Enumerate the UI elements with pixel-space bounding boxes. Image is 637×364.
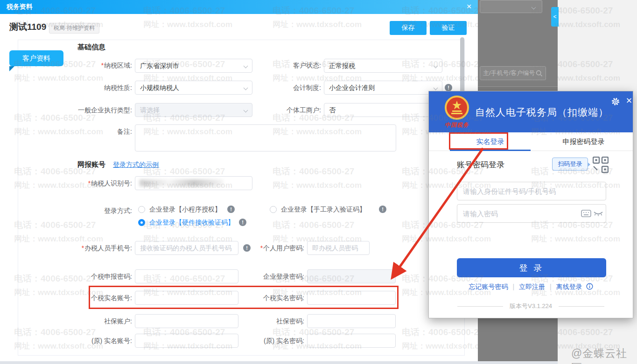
divider bbox=[478, 86, 558, 87]
radio-miniprogram[interactable] bbox=[138, 206, 145, 213]
tab-fold-decoration bbox=[9, 66, 14, 71]
required-mark: * bbox=[260, 244, 263, 252]
info-circle-icon[interactable] bbox=[586, 283, 593, 290]
personal-pwd-input[interactable] bbox=[307, 241, 370, 255]
individual-business-select[interactable]: 否 bbox=[324, 103, 442, 117]
radio-label-hardware-code[interactable]: 企业登录【硬件接收验证码】 bbox=[149, 219, 234, 227]
mobile-input[interactable] bbox=[135, 241, 238, 255]
dialog-tabs: 实名登录 申报密码登录 bbox=[429, 132, 633, 151]
required-mark: * bbox=[82, 244, 84, 252]
tax-info-window: 税务资料 × 测试1109 税局·待维护资料 保存 验证 客户资料 基础信息 *… bbox=[0, 0, 478, 364]
label-personal-pwd: *个人用户密码: bbox=[224, 244, 304, 253]
account-login-heading: 账号密码登录 bbox=[457, 159, 504, 170]
login-example-link[interactable]: 登录方式的示例 bbox=[113, 161, 159, 169]
client-status-select[interactable]: 正常报税 bbox=[324, 59, 442, 73]
radio-manual-code[interactable] bbox=[270, 206, 277, 213]
info-icon[interactable]: ! bbox=[445, 84, 452, 91]
section-basic-info: 基础信息 bbox=[77, 43, 105, 52]
id-number-input[interactable] bbox=[457, 182, 606, 200]
tab-password-login[interactable]: 申报密码登录 bbox=[543, 132, 624, 151]
old-realname-account-input[interactable] bbox=[135, 334, 238, 348]
chevron-down-icon bbox=[434, 86, 438, 90]
info-icon[interactable]: ! bbox=[379, 206, 386, 213]
emblem-caption: 中国税务 bbox=[443, 121, 471, 129]
remark-textarea[interactable] bbox=[135, 124, 396, 151]
version-text: 版本号V3.1.224 bbox=[510, 302, 552, 310]
divider bbox=[457, 306, 503, 307]
gear-icon[interactable] bbox=[611, 97, 620, 106]
realname-pwd-input[interactable] bbox=[307, 291, 396, 305]
old-realname-pwd-input[interactable] bbox=[307, 334, 396, 348]
search-icon bbox=[536, 70, 543, 77]
close-icon[interactable]: × bbox=[464, 1, 474, 12]
eye-closed-icon[interactable] bbox=[593, 210, 603, 217]
qr-code-icon[interactable] bbox=[593, 157, 609, 173]
dialog-title: 自然人电子税务局（扣缴端） bbox=[475, 106, 609, 119]
tab-realname-login[interactable]: 实名登录 bbox=[450, 132, 531, 151]
credit-watermark: @金蝶云社区 bbox=[571, 346, 637, 364]
social-pwd-input[interactable] bbox=[307, 314, 396, 328]
label-social-pwd: 社保密码: bbox=[224, 317, 304, 326]
keyboard-icon[interactable] bbox=[581, 210, 591, 217]
national-emblem-logo: 中国税务 bbox=[443, 95, 471, 130]
required-mark: * bbox=[88, 179, 91, 187]
label-tax-nature: 纳税性质: bbox=[19, 84, 132, 92]
background-search-input[interactable]: 主/手机号/客户编号 bbox=[480, 66, 546, 80]
link-separator: | bbox=[550, 283, 552, 290]
forgot-password-link[interactable]: 忘记账号密码 bbox=[469, 283, 508, 290]
label-general-type: 一般企业执行类型: bbox=[19, 106, 132, 115]
collapse-panel-button[interactable]: < bbox=[551, 7, 559, 27]
search-placeholder: 主/手机号/客户编号 bbox=[483, 69, 535, 76]
window-title: 税务资料 bbox=[7, 3, 33, 11]
offline-login-link[interactable]: 离线登录 bbox=[556, 283, 582, 290]
save-button[interactable]: 保存 bbox=[390, 21, 427, 35]
radio-hardware-code-selected[interactable] bbox=[138, 219, 145, 226]
etax-login-dialog: 中国税务 自然人电子税务局（扣缴端） × 实名登录 申报密码登录 账号密码登录 … bbox=[428, 91, 633, 318]
tab-client-info[interactable]: 客户资料 bbox=[9, 50, 63, 66]
label-login-method: 登录方式: bbox=[19, 207, 132, 215]
bottom-edge-strip bbox=[0, 361, 558, 364]
enterprise-login-pwd-input bbox=[307, 269, 396, 283]
collapse-icon: < bbox=[553, 14, 556, 20]
info-icon[interactable]: ! bbox=[227, 206, 235, 213]
version-row: 版本号V3.1.224 bbox=[429, 302, 633, 310]
label-realname-pwd: 个税实名密码: bbox=[224, 294, 304, 302]
label-realname-account: 个税实名账号: bbox=[19, 294, 132, 302]
label-accounting-system: 会计制度: bbox=[243, 84, 321, 92]
accounting-system-select[interactable]: 小企业会计准则 bbox=[324, 81, 442, 95]
window-titlebar: 税务资料 × bbox=[0, 0, 478, 14]
redacted-value bbox=[140, 179, 224, 186]
dialog-header: 中国税务 自然人电子税务局（扣缴端） × bbox=[429, 91, 633, 132]
status-badge: 税局·待维护资料 bbox=[49, 23, 99, 34]
screen: @金蝶云社区 < 主/手机号/客户编号 税务资料 × 测试1109 税局·待维护… bbox=[0, 0, 637, 364]
required-mark: * bbox=[101, 62, 104, 69]
info-icon[interactable]: ! bbox=[239, 219, 246, 226]
label-individual-business: 个体工商户: bbox=[243, 106, 321, 115]
label-taxpayer-id: *纳税人识别号: bbox=[19, 179, 132, 188]
verify-button[interactable]: 验证 bbox=[430, 21, 467, 35]
register-link[interactable]: 立即注册 bbox=[519, 283, 545, 290]
label-enterprise-login-pwd: 企业登录密码: bbox=[224, 273, 304, 281]
divider bbox=[559, 306, 604, 307]
general-type-select: 请选择 bbox=[135, 103, 252, 117]
background-dropdown[interactable] bbox=[480, 0, 542, 13]
label-client-status: 客户状态: bbox=[243, 62, 321, 70]
realname-account-input[interactable] bbox=[135, 291, 238, 305]
label-social-account: 社保账户: bbox=[19, 317, 132, 326]
dialog-links: 忘记账号密码|立即注册|离线登录 bbox=[429, 283, 633, 291]
chevron-down-icon bbox=[434, 64, 438, 69]
radio-label-miniprogram[interactable]: 企业登录【小程序授权】 bbox=[149, 206, 221, 214]
label-old-realname-pwd: (原) 实名密码: bbox=[224, 337, 304, 345]
link-separator: | bbox=[512, 283, 514, 290]
social-account-input[interactable] bbox=[135, 314, 238, 328]
close-icon[interactable]: × bbox=[624, 95, 634, 107]
tax-region-select[interactable]: 广东省深圳市 bbox=[135, 59, 252, 73]
label-remark: 备注: bbox=[19, 128, 132, 136]
label-tax-declare-pwd: 个税申报密码: bbox=[19, 273, 132, 281]
radio-label-manual-code[interactable]: 企业登录【手工录入验证码】 bbox=[281, 206, 366, 214]
scan-login-button[interactable]: 扫码登录 bbox=[552, 158, 588, 171]
page-title: 测试1109 bbox=[9, 21, 46, 33]
login-button[interactable]: 登 录 bbox=[457, 258, 606, 277]
tax-declare-pwd-input[interactable] bbox=[135, 269, 238, 283]
tax-nature-select[interactable]: 小规模纳税人 bbox=[135, 81, 252, 95]
